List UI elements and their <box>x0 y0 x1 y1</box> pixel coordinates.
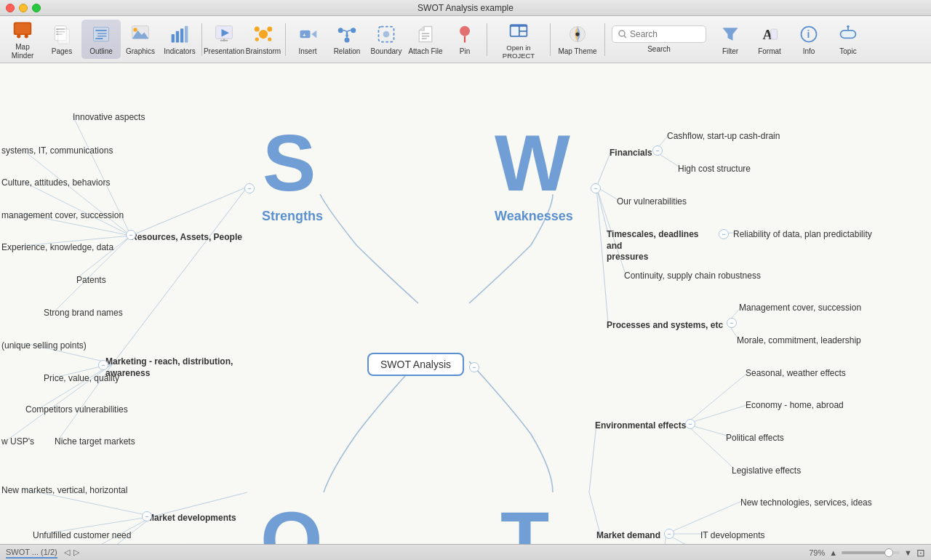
node-reliability: Reliability of data, plan predictability <box>733 229 872 239</box>
node-market-dev: Market developments <box>147 513 236 523</box>
processes-collapse[interactable]: − <box>727 318 737 328</box>
filter-button[interactable]: Filter <box>711 20 750 59</box>
svg-line-65 <box>22 181 131 236</box>
node-financials: Financials <box>610 148 652 158</box>
prev-page-btn[interactable]: ◁ <box>64 548 70 556</box>
topic-button[interactable]: Topic <box>828 20 868 59</box>
w-collapse[interactable]: − <box>591 183 601 193</box>
pages-button[interactable]: Pages <box>42 20 81 59</box>
node-cashflow: Cashflow, start-up cash-drain <box>667 131 780 141</box>
search-container: Search <box>607 25 711 53</box>
format-button[interactable]: A Format <box>750 20 789 59</box>
svg-line-93 <box>686 372 749 424</box>
info-button[interactable]: i Info <box>789 20 828 59</box>
mapminder-button[interactable]: Map Minder <box>3 15 42 63</box>
central-collapse-right[interactable]: − <box>469 362 479 372</box>
svg-marker-55 <box>723 28 738 41</box>
node-mgmtcover: Management cover, succession <box>739 303 861 313</box>
marketdemand-collapse[interactable]: − <box>664 529 674 539</box>
indicators-button[interactable]: Indicators <box>160 20 199 59</box>
fit-btn[interactable]: ⊡ <box>916 547 925 559</box>
branch-s-label: Strengths <box>262 209 323 224</box>
statusbar: SWOT ... (1/2) ◁ ▷ 79% ▲ ▼ ⊡ <box>0 544 931 560</box>
relation-button[interactable]: Relation <box>327 20 367 59</box>
node-itdev: IT developments <box>700 530 765 540</box>
presentation-icon <box>212 23 236 46</box>
node-seasonal: Seasonal, weather effects <box>746 368 846 378</box>
filter-label: Filter <box>722 47 738 56</box>
svg-rect-60 <box>841 31 856 39</box>
svg-point-28 <box>267 27 272 32</box>
node-systems: systems, IT, communications <box>1 145 113 156</box>
s-collapse[interactable]: − <box>244 183 255 193</box>
svg-rect-48 <box>511 26 519 35</box>
format-icon: A <box>758 23 781 46</box>
next-page-btn[interactable]: ▷ <box>73 548 79 556</box>
openproject-button[interactable]: Open in PROJECT <box>490 16 548 63</box>
close-button[interactable] <box>6 4 15 12</box>
boundary-label: Boundary <box>371 47 402 56</box>
node-experience: Experience, knowledge, data <box>1 242 113 252</box>
attachfile-button[interactable]: Attach File <box>406 20 445 59</box>
relation-label: Relation <box>334 47 361 56</box>
zoom-slider[interactable] <box>842 551 900 554</box>
node-usp: (unique selling points) <box>1 340 87 351</box>
outline-icon <box>89 23 113 46</box>
search-label: Search <box>647 45 671 53</box>
svg-rect-1 <box>15 23 31 33</box>
svg-line-94 <box>686 404 749 424</box>
branch-s-letter: S <box>263 123 316 203</box>
boundary-button[interactable]: Boundary <box>367 20 406 59</box>
svg-rect-57 <box>771 29 778 39</box>
node-ourvuln: Our vulnerabilities <box>617 196 687 207</box>
maximize-button[interactable] <box>32 4 41 12</box>
svg-text:i: i <box>807 28 810 40</box>
filter-icon <box>719 23 742 46</box>
svg-point-62 <box>847 25 850 28</box>
financials-collapse[interactable]: − <box>652 145 663 156</box>
marketdev-collapse[interactable]: − <box>142 511 152 521</box>
presentation-button[interactable]: Presentation <box>204 20 244 59</box>
svg-rect-49 <box>520 26 527 30</box>
svg-line-64 <box>22 149 131 236</box>
node-legislative: Legislative effects <box>732 465 801 476</box>
mapminder-icon <box>11 18 34 41</box>
node-strongbrand: Strong brand names <box>44 308 123 318</box>
timescales-collapse[interactable]: − <box>719 229 729 239</box>
node-political: Political effects <box>726 433 784 443</box>
format-label: Format <box>758 47 781 56</box>
central-node[interactable]: SWOT Analysis <box>367 353 464 376</box>
marketing-collapse[interactable]: − <box>98 360 108 370</box>
node-timescales: Timescales, deadlines andpressures <box>607 229 716 263</box>
zoom-in-btn[interactable]: ▼ <box>904 548 912 557</box>
outline-button[interactable]: Outline <box>81 20 121 59</box>
svg-point-52 <box>575 32 579 36</box>
brainstorm-button[interactable]: Brainstorm <box>244 20 283 59</box>
pin-button[interactable]: Pin <box>445 20 484 59</box>
topic-label: Topic <box>839 47 856 56</box>
svg-rect-5 <box>25 34 27 36</box>
zoom-out-btn[interactable]: ▲ <box>829 548 837 557</box>
svg-rect-10 <box>58 29 70 44</box>
node-continuity: Continuity, supply chain robustness <box>624 271 761 281</box>
relation-icon <box>335 23 359 46</box>
info-icon: i <box>797 23 820 46</box>
environmental-collapse[interactable]: − <box>685 419 695 429</box>
node-competitors: Competitors vulnerabilities <box>25 404 128 415</box>
search-input[interactable] <box>630 29 700 39</box>
search-box[interactable] <box>612 25 706 43</box>
resources-collapse[interactable]: − <box>126 230 136 240</box>
svg-marker-33 <box>311 31 316 39</box>
node-economy: Economy - home, abroad <box>746 400 844 410</box>
pin-label: Pin <box>460 47 470 56</box>
canvas: SWOT Analysis − S Strengths − W Weakness… <box>0 63 931 560</box>
node-resources: Resources, Assets, People <box>131 232 242 242</box>
insert-button[interactable]: + Insert <box>288 20 327 59</box>
toolbar: Map Minder Pages Outline Graphics Indica… <box>0 16 931 63</box>
minimize-button[interactable] <box>19 4 28 12</box>
graphics-button[interactable]: Graphics <box>121 20 160 59</box>
statusbar-tab[interactable]: SWOT ... (1/2) <box>6 548 57 559</box>
maptheme-button[interactable]: Map Theme <box>553 20 602 59</box>
pin-icon <box>453 23 476 46</box>
node-culture: Culture, attitudes, behaviors <box>1 177 110 188</box>
